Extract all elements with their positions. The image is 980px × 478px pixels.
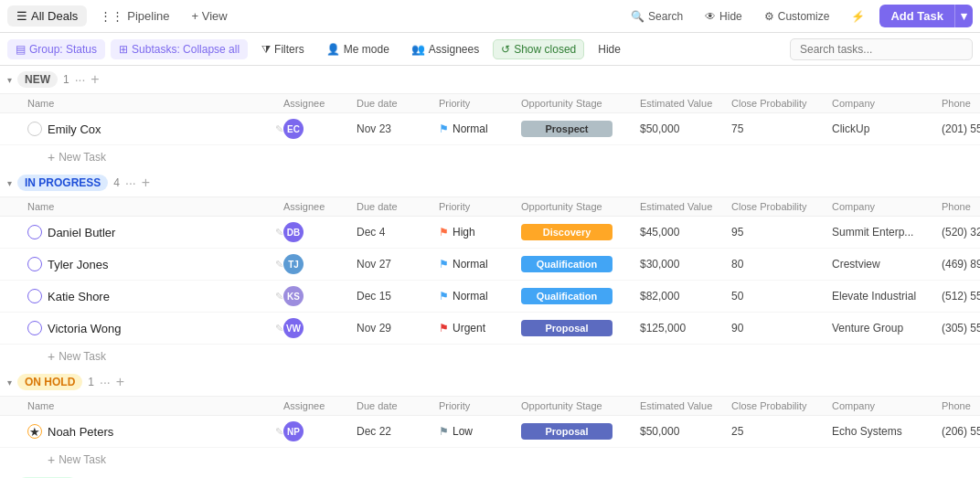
lightning-icon: ⚡ bbox=[851, 10, 865, 23]
stage-pill: Discovery bbox=[521, 224, 612, 240]
table-row[interactable]: Katie Shore ✎ KS Dec 15 ⚑ Normal Qualifi… bbox=[0, 281, 980, 313]
new-task-row-new[interactable]: + New Task bbox=[0, 145, 980, 169]
section-chevron-inprogress[interactable]: ▾ bbox=[7, 178, 12, 188]
task-checkbox[interactable] bbox=[27, 122, 42, 136]
col-headers-inprogress: Name Assignee Due date Priority Opportun… bbox=[0, 197, 980, 217]
search-tasks-input[interactable] bbox=[790, 38, 973, 60]
list-icon: ☰ bbox=[16, 9, 27, 23]
task-company: Venture Group bbox=[832, 322, 942, 335]
search-icon: 🔍 bbox=[631, 10, 644, 23]
section-menu-inprogress[interactable]: ··· bbox=[125, 175, 136, 190]
col-name: Name bbox=[27, 98, 283, 109]
task-company: Echo Systems bbox=[832, 425, 942, 438]
hide-button[interactable]: 👁 Hide bbox=[698, 6, 750, 27]
avatar: VW bbox=[283, 318, 304, 338]
avatar: KS bbox=[283, 286, 304, 306]
section-header-onhold[interactable]: ▾ ON HOLD 1 ··· + bbox=[0, 368, 980, 396]
task-name-cell: ★ Noah Peters ✎ bbox=[27, 424, 283, 439]
new-task-label: New Task bbox=[59, 151, 106, 164]
section-chevron-new[interactable]: ▾ bbox=[7, 75, 12, 85]
customize-button[interactable]: ⚙ Customize bbox=[757, 6, 837, 27]
section-menu-onhold[interactable]: ··· bbox=[100, 375, 111, 389]
task-duedate: Dec 22 bbox=[357, 425, 439, 438]
col-priority: Priority bbox=[439, 400, 521, 411]
automate-button[interactable]: ⚡ bbox=[844, 6, 872, 27]
add-task-button[interactable]: Add Task ▾ bbox=[879, 5, 973, 27]
assignees-icon: 👥 bbox=[411, 43, 425, 56]
task-duedate: Nov 27 bbox=[357, 258, 439, 271]
table-row[interactable]: Emily Cox ✎ EC Nov 23 ⚑ Normal Prospect … bbox=[0, 113, 980, 145]
task-edit-icon[interactable]: ✎ bbox=[275, 227, 283, 239]
task-checkbox[interactable] bbox=[27, 257, 42, 271]
new-task-row-inprogress[interactable]: + New Task bbox=[0, 345, 980, 368]
table-row[interactable]: ★ Noah Peters ✎ NP Dec 22 ⚑ Low Proposal… bbox=[0, 416, 980, 448]
task-edit-icon[interactable]: ✎ bbox=[275, 291, 283, 303]
table-row[interactable]: Tyler Jones ✎ TJ Nov 27 ⚑ Normal Qualifi… bbox=[0, 249, 980, 281]
filters-btn[interactable]: ⧩ Filters bbox=[253, 39, 313, 59]
task-checkbox[interactable] bbox=[27, 321, 42, 335]
table-row[interactable]: Daniel Butler ✎ DB Dec 4 ⚑ High Discover… bbox=[0, 217, 980, 249]
tab-all-deals[interactable]: ☰ All Deals bbox=[7, 5, 87, 27]
task-closeprob: 90 bbox=[731, 322, 832, 335]
new-task-row-onhold[interactable]: + New Task bbox=[0, 448, 980, 472]
col-headers-onhold: Name Assignee Due date Priority Opportun… bbox=[0, 396, 980, 416]
search-button[interactable]: 🔍 Search bbox=[623, 6, 690, 27]
task-edit-icon[interactable]: ✎ bbox=[275, 426, 283, 438]
section-add-inprogress[interactable]: + bbox=[142, 175, 150, 191]
col-company: Company bbox=[832, 400, 942, 411]
task-phone: (201) 555-1234 bbox=[942, 122, 980, 135]
task-duedate: Nov 23 bbox=[357, 122, 439, 135]
task-oppstage: Proposal bbox=[521, 423, 640, 440]
section-add-onhold[interactable]: + bbox=[116, 374, 124, 390]
section-chevron-onhold[interactable]: ▾ bbox=[7, 377, 12, 388]
col-oppstage: Opportunity Stage bbox=[521, 400, 640, 411]
col-name: Name bbox=[27, 400, 283, 411]
task-estvalue: $45,000 bbox=[640, 226, 731, 239]
show-closed-btn[interactable]: ↺ Show closed bbox=[493, 39, 584, 59]
tab-pipeline[interactable]: ⋮⋮ Pipeline bbox=[91, 5, 178, 27]
task-oppstage: Qualification bbox=[521, 256, 640, 272]
section-header-closed[interactable]: ▾ CLOSED 1 ··· + bbox=[0, 472, 980, 478]
task-edit-icon[interactable]: ✎ bbox=[275, 259, 283, 271]
task-closeprob: 75 bbox=[731, 122, 832, 135]
task-closeprob: 80 bbox=[731, 258, 832, 271]
col-assignee: Assignee bbox=[283, 400, 357, 411]
task-duedate: Nov 29 bbox=[357, 322, 439, 335]
section-header-inprogress[interactable]: ▾ IN PROGRESS 4 ··· + bbox=[0, 169, 980, 197]
col-duedate: Due date bbox=[357, 98, 439, 109]
subtasks-btn[interactable]: ⊞ Subtasks: Collapse all bbox=[111, 39, 248, 59]
tab-add-view[interactable]: + View bbox=[183, 5, 237, 27]
task-name-cell: Daniel Butler ✎ bbox=[27, 225, 283, 239]
col-name: Name bbox=[27, 201, 283, 212]
task-checkbox[interactable] bbox=[27, 289, 42, 303]
add-task-caret[interactable]: ▾ bbox=[954, 5, 973, 27]
group-icon: ▤ bbox=[16, 43, 26, 56]
task-checkbox[interactable]: ★ bbox=[27, 424, 42, 439]
col-oppstage: Opportunity Stage bbox=[521, 201, 640, 212]
new-task-label: New Task bbox=[59, 350, 106, 363]
priority-label: Normal bbox=[453, 290, 488, 303]
stage-pill: Proposal bbox=[521, 423, 612, 440]
section-add-new[interactable]: + bbox=[91, 71, 99, 88]
task-company: Summit Enterp... bbox=[832, 226, 942, 239]
toolbar: ▤ Group: Status ⊞ Subtasks: Collapse all… bbox=[0, 33, 980, 66]
new-task-label: New Task bbox=[59, 453, 106, 466]
col-closeprob: Close Probability bbox=[731, 201, 832, 212]
task-phone: (512) 555-0145 bbox=[942, 290, 980, 303]
task-edit-icon[interactable]: ✎ bbox=[275, 323, 283, 335]
priority-label: Urgent bbox=[453, 322, 485, 335]
me-mode-btn[interactable]: 👤 Me mode bbox=[318, 39, 398, 59]
task-checkbox[interactable] bbox=[27, 225, 42, 239]
col-assignee: Assignee bbox=[283, 98, 357, 109]
table-row[interactable]: Victoria Wong ✎ VW Nov 29 ⚑ Urgent Propo… bbox=[0, 313, 980, 345]
col-estvalue: Estimated Value bbox=[640, 98, 731, 109]
task-edit-icon[interactable]: ✎ bbox=[275, 123, 283, 135]
sections-container: ▾ NEW 1 ··· + Name Assignee Due date Pri… bbox=[0, 66, 980, 478]
group-status-btn[interactable]: ▤ Group: Status bbox=[7, 39, 105, 59]
section-header-new[interactable]: ▾ NEW 1 ··· + bbox=[0, 66, 980, 93]
assignees-btn[interactable]: 👥 Assignees bbox=[403, 39, 487, 59]
person-icon: 👤 bbox=[326, 43, 340, 56]
section-menu-new[interactable]: ··· bbox=[75, 72, 86, 87]
task-closeprob: 25 bbox=[731, 425, 832, 438]
hide-fields-btn[interactable]: Hide bbox=[590, 39, 629, 59]
